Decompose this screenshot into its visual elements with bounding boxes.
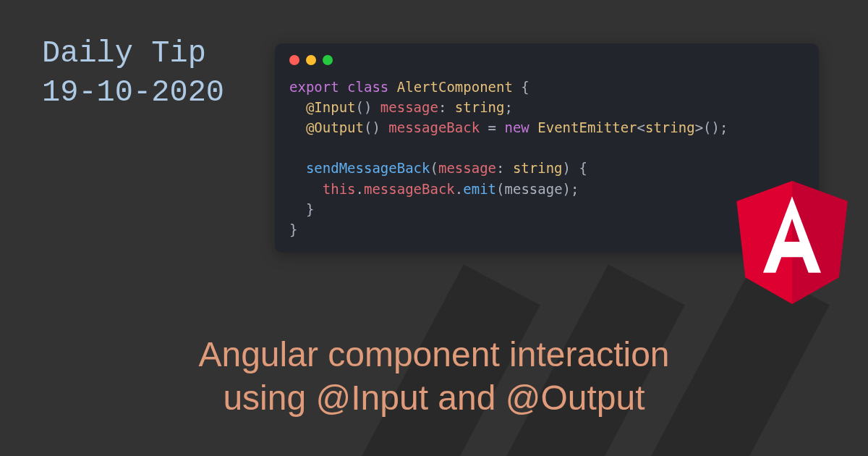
title-line-1: Angular component interaction: [0, 333, 868, 376]
window-controls: [289, 55, 804, 65]
daily-tip-header: Daily Tip 19-10-2020: [42, 35, 224, 113]
article-title: Angular component interaction using @Inp…: [0, 333, 868, 420]
maximize-icon: [323, 55, 333, 65]
code-block: export class AlertComponent { @Input() m…: [289, 77, 804, 240]
close-icon: [289, 55, 299, 65]
title-line-2: using @Input and @Output: [0, 376, 868, 420]
angular-logo-icon: [731, 181, 854, 311]
daily-tip-label: Daily Tip: [42, 35, 224, 74]
minimize-icon: [306, 55, 316, 65]
daily-tip-date: 19-10-2020: [42, 74, 224, 113]
